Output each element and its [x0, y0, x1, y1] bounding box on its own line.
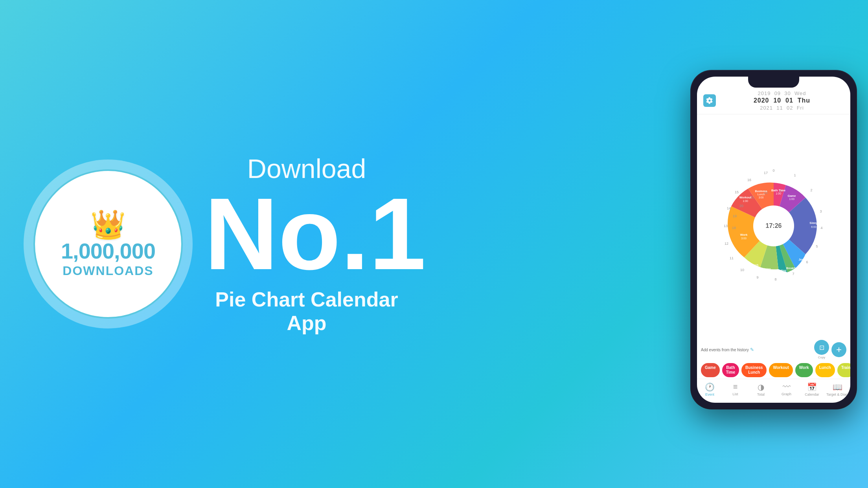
- svg-text:1:00: 1:00: [778, 272, 783, 275]
- chip-train[interactable]: Train: [837, 363, 850, 377]
- phone-screen: 2019 09 30 Wed 2020 10 01 Thu 2021 11 02…: [697, 77, 850, 403]
- copy-label: Copy: [818, 356, 826, 359]
- svg-text:18: 18: [732, 226, 736, 230]
- nav-calendar[interactable]: 📅 Calendar: [799, 382, 825, 396]
- svg-text:3: 3: [820, 209, 822, 213]
- phone-outer: 2019 09 30 Wed 2020 10 01 Thu 2021 11 02…: [691, 71, 856, 409]
- date-current: 2020 10 01 Thu: [754, 97, 810, 104]
- nav-list-label: List: [732, 392, 738, 396]
- graph-icon: 〰: [783, 382, 791, 391]
- badge-label: DOWNLOADS: [63, 264, 153, 278]
- svg-text:14: 14: [727, 206, 731, 210]
- edit-icon: ✎: [750, 347, 754, 352]
- svg-text:5: 5: [816, 244, 818, 248]
- svg-text:15: 15: [735, 190, 739, 194]
- chip-bath-time[interactable]: BathTime: [722, 363, 739, 377]
- svg-text:9: 9: [756, 275, 758, 279]
- pie-chart-area: 0 1 2 3 4 5 6 7 8 9 10 11 12: [697, 114, 850, 338]
- svg-text:Workout: Workout: [739, 196, 752, 199]
- chip-business-lunch[interactable]: BusinessLunch: [741, 363, 767, 377]
- no1-text: No.1: [204, 188, 409, 280]
- nav-calendar-label: Calendar: [805, 393, 819, 396]
- diary-icon: 📖: [833, 382, 842, 392]
- chip-work[interactable]: Work: [795, 363, 813, 377]
- svg-text:Work: Work: [740, 233, 748, 237]
- svg-text:Business: Business: [755, 190, 767, 193]
- svg-text:Game: Game: [788, 194, 796, 198]
- svg-text:Reading: Reading: [775, 269, 786, 272]
- nav-graph-label: Graph: [782, 392, 791, 396]
- bottom-buttons: Add events from the history ✎ ⊡ Copy +: [697, 338, 850, 361]
- date-list: 2019 09 30 Wed 2020 10 01 Thu 2021 11 02…: [720, 90, 844, 111]
- nav-total[interactable]: ◑ Total: [748, 382, 774, 396]
- date-prev: 2019 09 30 Wed: [758, 90, 806, 96]
- phone-mockup: 2019 09 30 Wed 2020 10 01 Thu 2021 11 02…: [691, 8, 856, 471]
- crown-icon: 👑: [90, 210, 126, 238]
- pie-chart-svg: 0 1 2 3 4 5 6 7 8 9 10 11 12: [711, 163, 837, 289]
- nav-graph[interactable]: 〰 Graph: [774, 382, 799, 396]
- svg-text:Lunch: Lunch: [757, 193, 765, 196]
- phone-notch: [748, 77, 799, 88]
- badge-inner: 👑 1,000,000 DOWNLOADS: [33, 169, 183, 319]
- svg-text:16: 16: [747, 178, 751, 182]
- svg-text:Sleep: Sleep: [809, 221, 818, 225]
- svg-text:Jogging: Jogging: [798, 258, 810, 261]
- nav-event[interactable]: 🕐 Event: [697, 382, 723, 396]
- svg-text:12: 12: [725, 242, 728, 246]
- svg-text:19: 19: [733, 214, 737, 218]
- nav-list[interactable]: ≡ List: [723, 382, 748, 396]
- nav-target-diary[interactable]: 📖 Target & Diary: [825, 382, 850, 396]
- svg-text:4: 4: [820, 226, 822, 230]
- chip-workout[interactable]: Workout: [769, 363, 793, 377]
- add-history-text: Add events from the history ✎: [701, 347, 812, 352]
- svg-text:17: 17: [764, 171, 768, 175]
- hero-text: Download No.1 Pie Chart Calendar App: [204, 153, 409, 335]
- svg-text:3:00: 3:00: [741, 237, 747, 240]
- svg-text:1:00: 1:00: [789, 198, 794, 200]
- nav-event-label: Event: [705, 393, 714, 396]
- chip-lunch[interactable]: Lunch: [815, 363, 835, 377]
- total-icon: ◑: [758, 382, 764, 392]
- calendar-icon: 📅: [807, 382, 817, 392]
- svg-text:13: 13: [724, 224, 728, 228]
- badge-outer-ring: 👑 1,000,000 DOWNLOADS: [24, 160, 193, 328]
- svg-text:6:00: 6:00: [811, 226, 817, 228]
- app-screen: 2019 09 30 Wed 2020 10 01 Thu 2021 11 02…: [697, 77, 850, 403]
- quick-chips: Game BathTime BusinessLunch Workout Work…: [697, 361, 850, 379]
- svg-text:0: 0: [772, 169, 774, 172]
- svg-text:Training: Training: [760, 268, 771, 271]
- settings-button[interactable]: [703, 94, 716, 107]
- gear-icon: [706, 97, 713, 104]
- nav-diary-label: Target & Diary: [826, 393, 849, 396]
- downloads-badge: 👑 1,000,000 DOWNLOADS: [24, 160, 193, 328]
- download-label: Download: [204, 153, 409, 184]
- svg-text:Breakfast: Breakfast: [786, 267, 799, 270]
- svg-text:Bath Time: Bath Time: [771, 189, 785, 192]
- svg-text:11: 11: [730, 256, 734, 260]
- list-icon: ≡: [733, 382, 738, 391]
- add-event-button[interactable]: +: [831, 342, 846, 357]
- svg-text:2: 2: [810, 188, 812, 192]
- svg-text:8: 8: [774, 277, 776, 281]
- nav-total-label: Total: [757, 393, 765, 396]
- svg-text:1:00: 1:00: [776, 192, 781, 195]
- svg-text:1:00: 1:00: [743, 200, 748, 202]
- date-next: 2021 11 02 Fri: [760, 105, 804, 111]
- svg-text:17:26: 17:26: [766, 222, 782, 229]
- svg-text:10: 10: [740, 268, 744, 272]
- svg-text:1: 1: [794, 173, 796, 177]
- svg-text:20: 20: [739, 204, 743, 208]
- pie-wrapper: 0 1 2 3 4 5 6 7 8 9 10 11 12: [711, 163, 837, 289]
- svg-text:3:00: 3:00: [759, 196, 764, 199]
- svg-text:Lunch: Lunch: [750, 263, 759, 267]
- subtitle-text: Pie Chart Calendar App: [204, 288, 409, 335]
- svg-text:1:00: 1:00: [790, 270, 795, 273]
- event-icon: 🕐: [705, 382, 715, 392]
- bottom-nav: 🕐 Event ≡ List ◑ Total 〰 Graph: [697, 379, 850, 403]
- badge-number: 1,000,000: [61, 240, 155, 262]
- copy-button[interactable]: ⊡: [814, 340, 829, 355]
- chip-game[interactable]: Game: [701, 363, 720, 377]
